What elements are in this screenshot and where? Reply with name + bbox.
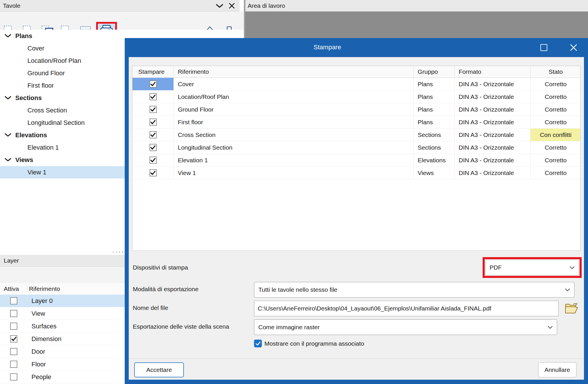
cell-formato: DIN A3 - Orizzontale [455, 141, 531, 154]
export-mode-select[interactable]: Tutti le tavole nello stesso file [254, 282, 574, 298]
close-icon[interactable] [570, 44, 578, 52]
scene-export-label: Esportazione delle viste della scena [133, 323, 229, 331]
print-checkbox[interactable] [150, 169, 157, 176]
chevron-down-icon[interactable] [5, 133, 11, 137]
tavole-toolbar [0, 12, 244, 30]
printer-device-highlight-box: PDF [483, 257, 582, 278]
panel-splitter[interactable]: ···· [113, 249, 125, 255]
cell-stato: Corretto [531, 78, 580, 90]
col-stampare[interactable]: Stampare [132, 66, 174, 78]
print-checkbox[interactable] [150, 157, 157, 164]
print-table-row[interactable]: Cross Section Sections DIN A3 - Orizzont… [132, 129, 580, 141]
cell-formato: DIN A3 - Orizzontale [455, 129, 531, 141]
cell-riferimento: First floor [174, 116, 414, 128]
print-checkbox-cell[interactable] [132, 91, 174, 103]
col-gruppo[interactable]: Gruppo [414, 66, 455, 78]
workspace-header: Area di lavoro [245, 0, 588, 12]
print-checkbox-cell[interactable] [132, 116, 174, 128]
print-checkbox-cell[interactable] [132, 129, 174, 141]
cell-formato: DIN A3 - Orizzontale [455, 91, 531, 103]
browse-folder-button[interactable] [563, 301, 580, 316]
print-checkbox[interactable] [150, 106, 157, 113]
cell-gruppo: Sections [414, 141, 455, 154]
printer-device-select[interactable]: PDF [485, 260, 579, 275]
col-riferimento[interactable]: Riferimento [174, 66, 414, 78]
print-table-row[interactable]: Location/Roof Plan Plans DIN A3 - Orizzo… [132, 91, 580, 103]
show-with-program-checkbox[interactable] [254, 340, 262, 347]
scene-export-select[interactable]: Come immagine raster [254, 319, 557, 335]
cell-formato: DIN A3 - Orizzontale [455, 103, 531, 116]
print-dialog: Stampare Stampare Riferimento Gruppo For… [125, 38, 588, 384]
cell-formato: DIN A3 - Orizzontale [455, 78, 531, 90]
print-checkbox-cell[interactable] [132, 103, 174, 116]
cell-riferimento: Location/Roof Plan [174, 91, 414, 103]
layer-active-checkbox[interactable] [10, 335, 17, 342]
print-checkbox-cell[interactable] [132, 154, 174, 166]
cell-gruppo: Sections [414, 129, 455, 141]
layer-active-checkbox[interactable] [10, 373, 17, 381]
cell-gruppo: Plans [414, 103, 455, 116]
chevron-down-icon [565, 288, 570, 291]
tree-item-label: Cross Section [27, 107, 67, 114]
tree-group-label: Sections [15, 94, 42, 102]
chevron-down-icon[interactable] [5, 158, 11, 162]
layer-active-checkbox[interactable] [10, 323, 17, 330]
print-table-row[interactable]: View 1 Views DIN A3 - Orizzontale Corret… [132, 167, 580, 179]
print-checkbox-cell[interactable] [132, 141, 174, 154]
cancel-button[interactable]: Annullare [538, 362, 576, 377]
chevron-down-icon[interactable] [216, 4, 223, 8]
layer-name: Dimension [31, 335, 61, 343]
cell-stato: Con conflitti [531, 129, 580, 141]
accept-button[interactable]: Accettare [134, 362, 184, 377]
cell-gruppo: Plans [414, 78, 455, 90]
layer-active-checkbox[interactable] [10, 348, 17, 355]
print-table-row[interactable]: Elevation 1 Elevations DIN A3 - Orizzont… [132, 154, 580, 167]
layer-active-checkbox[interactable] [10, 297, 17, 304]
print-checkbox[interactable] [150, 118, 157, 126]
layer-col-riferimento: Riferimento [29, 285, 60, 292]
tree-item-label: First floor [27, 82, 54, 89]
print-checkbox[interactable] [150, 80, 157, 88]
print-checkbox[interactable] [150, 131, 157, 138]
layer-name: View [31, 310, 45, 317]
chevron-down-icon[interactable] [5, 34, 11, 38]
printer-device-label: Dispositivi di stampa [133, 263, 188, 272]
col-stato[interactable]: Stato [531, 66, 580, 78]
dialog-title: Stampare [313, 44, 341, 51]
file-name-input[interactable]: C:\Users\AneFerreiro\Desktop\04_Layaout\… [254, 301, 559, 316]
cell-riferimento: Cross Section [174, 129, 414, 141]
cell-stato: Corretto [531, 91, 580, 103]
maximize-icon[interactable] [540, 44, 547, 51]
tree-group-label: Elevations [15, 131, 47, 139]
print-checkbox-cell[interactable] [132, 78, 174, 90]
print-table-row[interactable]: Cover Plans DIN A3 - Orizzontale Corrett… [132, 78, 580, 91]
tree-item-label: Cover [27, 45, 44, 52]
cell-gruppo: Plans [414, 91, 455, 103]
print-table-row[interactable]: Ground Floor Plans DIN A3 - Orizzontale … [132, 103, 580, 116]
cell-riferimento: Elevation 1 [174, 154, 414, 166]
col-formato[interactable]: Formato [455, 66, 531, 78]
workspace-title: Area di lavoro [248, 2, 285, 9]
print-checkbox-cell[interactable] [132, 167, 174, 179]
tavole-panel-header: Tavole [0, 0, 240, 12]
cell-stato: Corretto [531, 167, 580, 179]
chevron-down-icon[interactable] [5, 96, 11, 100]
layer-col-attiva: Attiva [4, 285, 19, 292]
print-table-row[interactable]: Longitudinal Section Sections DIN A3 - O… [132, 141, 580, 154]
layer-name: People [31, 373, 51, 381]
print-table-row[interactable]: First floor Plans DIN A3 - Orizzontale C… [132, 116, 580, 129]
cell-gruppo: Plans [414, 116, 455, 128]
tree-item-label: Longitudinal Section [27, 119, 85, 127]
tree-item-label: Ground Floor [27, 69, 65, 77]
cell-formato: DIN A3 - Orizzontale [455, 167, 531, 179]
cell-riferimento: Cover [174, 78, 414, 90]
cell-gruppo: Views [414, 167, 455, 179]
cell-stato: Corretto [531, 141, 580, 154]
print-checkbox[interactable] [150, 144, 157, 151]
layer-active-checkbox[interactable] [10, 361, 17, 368]
tree-group-label: Views [15, 156, 33, 164]
cell-stato: Corretto [531, 103, 580, 116]
close-icon[interactable] [229, 3, 235, 9]
print-checkbox[interactable] [150, 93, 157, 100]
layer-active-checkbox[interactable] [10, 310, 17, 317]
